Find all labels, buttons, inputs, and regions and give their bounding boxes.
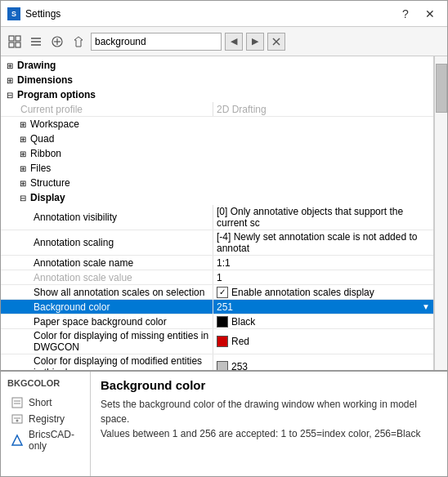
table-row-paper-bg-color[interactable]: Paper space background color Black <box>1 314 433 329</box>
table-row-missing-entities[interactable]: Color for displaying of missing entities… <box>1 329 433 354</box>
tree-panel: ⊞ Drawing ⊞ Dimensions ⊟ Program options… <box>1 56 434 370</box>
cell-right-show-ann: ✓ Enable annotation scales display <box>213 285 433 299</box>
tree-item-files[interactable]: ⊞ Files <box>1 161 433 176</box>
window-title: Settings <box>25 8 395 20</box>
cell-left-modified-this: Color for displaying of modified entitie… <box>1 354 213 370</box>
tree-item-dimensions[interactable]: ⊞ Dimensions <box>1 73 433 87</box>
bottom-panel: BKGCOLOR Short <box>1 370 447 476</box>
drawing-label: Drawing <box>17 60 56 71</box>
cell-left-show-ann: Show all annotation scales on selection <box>1 285 213 299</box>
cell-left-current-profile: Current profile <box>1 102 213 116</box>
bottom-right-panel: Background color Sets the background col… <box>91 372 447 476</box>
tree-item-program-options[interactable]: ⊟ Program options <box>1 87 433 102</box>
expand-icon-drawing: ⊞ <box>4 60 16 71</box>
color-swatch-modified-this <box>217 361 228 370</box>
table-row-modified-this[interactable]: Color for displaying of modified entitie… <box>1 354 433 370</box>
bottom-menu-bricscad-only[interactable]: BricsCAD-only <box>7 427 83 453</box>
bg-color-dropdown[interactable]: ▼ <box>422 302 430 311</box>
svg-text:S: S <box>11 10 16 18</box>
cell-left-ann-vis: Annotation visibility <box>1 205 213 230</box>
toolbar-icon-1[interactable] <box>6 33 24 51</box>
registry-label: Registry <box>29 413 65 425</box>
cell-right-ann-scale-name: 1:1 <box>213 256 433 270</box>
search-box <box>91 33 222 51</box>
title-bar: S Settings ? ✕ <box>1 1 447 27</box>
toolbar-icon-3[interactable] <box>48 33 66 51</box>
bottom-left-panel: BKGCOLOR Short <box>1 372 91 476</box>
expand-icon-structure: ⊞ <box>17 177 29 189</box>
help-button[interactable]: ? <box>395 6 416 22</box>
svg-rect-2 <box>9 36 14 41</box>
tree-item-ribbon[interactable]: ⊞ Ribbon <box>1 146 433 161</box>
expand-icon-quad: ⊞ <box>17 133 29 145</box>
expand-icon-files: ⊞ <box>17 163 29 174</box>
program-options-label: Program options <box>17 89 96 100</box>
cell-right-modified-this: 253 <box>213 354 433 370</box>
table-row-annotation-scaling[interactable]: Annotation scaling [-4] Newly set annota… <box>1 230 433 256</box>
tree-item-drawing[interactable]: ⊞ Drawing <box>1 58 433 73</box>
table-row-annotation-visibility[interactable]: Annotation visibility [0] Only annotativ… <box>1 205 433 230</box>
cell-left-ann-scale-name: Annotation scale name <box>1 256 213 270</box>
search-clear-button[interactable] <box>267 33 285 51</box>
missing-value: Red <box>231 336 249 347</box>
toolbar-icon-2[interactable] <box>27 33 45 51</box>
color-swatch-missing <box>217 336 228 347</box>
checkbox-label-ann-scales: Enable annotation scales display <box>231 287 374 298</box>
scrollbar-vertical[interactable] <box>434 56 447 370</box>
search-input[interactable] <box>92 36 221 47</box>
checkbox-ann-scales[interactable]: ✓ <box>217 287 228 298</box>
short-icon <box>11 396 24 409</box>
bottom-menu-registry[interactable]: Registry <box>7 411 83 427</box>
display-label: Display <box>30 192 65 203</box>
svg-rect-14 <box>12 398 22 408</box>
table-row-current-profile[interactable]: Current profile 2D Drafting <box>1 102 433 117</box>
scrollbar-thumb[interactable] <box>436 64 447 113</box>
bg-color-value: 251 <box>217 301 233 313</box>
cell-right-ann-scale: [-4] Newly set annotation scale is not a… <box>213 230 433 255</box>
expand-icon-ribbon: ⊞ <box>17 148 29 159</box>
app-icon: S <box>7 7 20 20</box>
cell-left-paper-bg: Paper space background color <box>1 314 213 328</box>
close-button[interactable]: ✕ <box>419 6 441 22</box>
table-row-show-ann-scales[interactable]: Show all annotation scales on selection … <box>1 285 433 300</box>
tree-item-workspace[interactable]: ⊞ Workspace <box>1 117 433 132</box>
dimensions-label: Dimensions <box>17 74 73 86</box>
svg-point-19 <box>16 420 19 422</box>
cell-right-current-profile: 2D Drafting <box>213 102 433 116</box>
expand-icon-display: ⊟ <box>17 192 29 203</box>
cell-left-ann-scale: Annotation scaling <box>1 230 213 255</box>
svg-rect-3 <box>16 36 20 41</box>
svg-marker-20 <box>12 435 22 445</box>
color-swatch-paper-bg <box>217 316 228 328</box>
expand-icon-workspace: ⊞ <box>17 118 29 130</box>
cell-left-missing: Color for displaying of missing entities… <box>1 329 213 354</box>
table-row-background-color[interactable]: Background color 251 ▼ <box>1 300 433 314</box>
window-controls: ? ✕ <box>395 6 441 22</box>
table-row-annotation-scale-name[interactable]: Annotation scale name 1:1 <box>1 256 433 270</box>
toolbar-icon-4[interactable] <box>69 33 87 51</box>
cell-right-missing: Red <box>213 329 433 354</box>
structure-label: Structure <box>30 177 70 189</box>
tree-item-quad[interactable]: ⊞ Quad <box>1 132 433 146</box>
files-label: Files <box>30 163 51 174</box>
paper-bg-value: Black <box>231 316 255 328</box>
bricscad-icon <box>11 434 24 447</box>
toolbar: ◀ ▶ <box>1 27 447 56</box>
short-label: Short <box>29 397 52 408</box>
svg-rect-4 <box>9 42 14 47</box>
expand-icon-dimensions: ⊞ <box>4 74 16 86</box>
tree-item-structure[interactable]: ⊞ Structure <box>1 176 433 190</box>
content-area: ⊞ Drawing ⊞ Dimensions ⊟ Program options… <box>1 56 447 370</box>
tree-item-display[interactable]: ⊟ Display <box>1 190 433 205</box>
search-next-button[interactable]: ▶ <box>246 33 264 51</box>
bottom-section-label: BKGCOLOR <box>7 378 83 388</box>
cell-right-ann-scale-val: 1 <box>213 270 433 284</box>
cell-right-paper-bg: Black <box>213 314 433 328</box>
help-text: Sets the background color of the drawing… <box>101 397 437 441</box>
settings-window: S Settings ? ✕ <box>0 0 448 477</box>
bottom-menu-short[interactable]: Short <box>7 395 83 411</box>
search-prev-button[interactable]: ◀ <box>225 33 243 51</box>
cell-left-ann-scale-val: Annotation scale value <box>1 270 213 284</box>
cell-right-bg-color: 251 ▼ <box>213 300 433 314</box>
table-row-annotation-scale-value[interactable]: Annotation scale value 1 <box>1 270 433 285</box>
